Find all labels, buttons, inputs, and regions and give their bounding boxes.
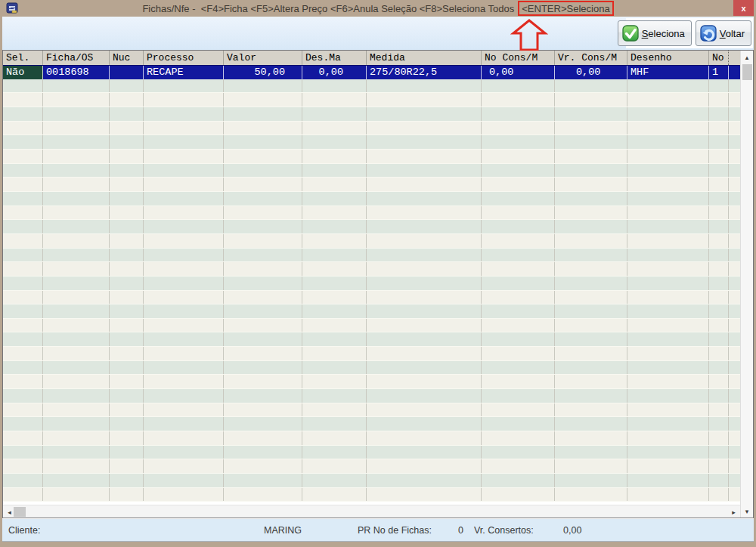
table-row-empty[interactable] bbox=[3, 135, 740, 150]
table-row-empty[interactable] bbox=[3, 459, 740, 474]
column-header-valor[interactable]: Valor bbox=[224, 51, 302, 65]
table-row-empty[interactable] bbox=[3, 319, 740, 333]
table-row-empty[interactable] bbox=[3, 431, 740, 446]
table-row-empty[interactable] bbox=[3, 474, 740, 488]
table-row-empty[interactable] bbox=[3, 332, 740, 347]
cell-valor bbox=[224, 206, 302, 220]
cell-no-cons-m bbox=[482, 347, 555, 360]
table-row-empty[interactable] bbox=[3, 417, 740, 431]
vr-consertos-value: 0,00 bbox=[563, 525, 581, 536]
cell-sel bbox=[3, 361, 43, 375]
cell-desenho bbox=[627, 403, 709, 417]
column-header-processo[interactable]: Processo bbox=[144, 51, 224, 65]
cell-valor bbox=[224, 332, 302, 346]
table-row-empty[interactable] bbox=[3, 403, 740, 418]
cell-vr-cons-m: 0,00 bbox=[555, 66, 627, 79]
cell-desenho bbox=[627, 361, 709, 375]
table-row-empty[interactable] bbox=[3, 389, 740, 403]
table-row-empty[interactable] bbox=[3, 206, 740, 221]
cell-valor bbox=[224, 122, 302, 135]
table-row-empty[interactable] bbox=[3, 192, 740, 206]
cell-desenho bbox=[627, 135, 709, 149]
table-row-empty[interactable] bbox=[3, 277, 740, 291]
table-row-empty[interactable] bbox=[3, 375, 740, 389]
horizontal-scrollbar[interactable]: ◂ ▸ bbox=[3, 505, 740, 518]
table-row-empty[interactable] bbox=[3, 488, 740, 502]
column-header-vr-cons-m[interactable]: Vr. Cons/M bbox=[555, 51, 627, 65]
scroll-down-arrow-icon[interactable]: ▾ bbox=[741, 505, 754, 518]
voltar-button[interactable]: Voltar bbox=[696, 20, 751, 46]
cell-des-ma bbox=[302, 474, 367, 487]
cell-des-ma bbox=[302, 291, 367, 304]
table-row-empty[interactable] bbox=[3, 107, 740, 122]
cell-desenho bbox=[627, 417, 709, 431]
column-header-sel[interactable]: Sel. bbox=[3, 51, 43, 65]
cell-vr-cons-m bbox=[555, 234, 627, 248]
cell-desenho bbox=[627, 474, 709, 487]
table-row-selected[interactable]: Não0018698RECAPE50,000,00275/80R22,50,00… bbox=[3, 65, 740, 79]
cell-desenho bbox=[627, 262, 709, 276]
table-row-empty[interactable] bbox=[3, 150, 740, 164]
cell-no bbox=[709, 135, 729, 149]
cell-desenho bbox=[627, 107, 709, 121]
cell-ficha-os bbox=[43, 79, 110, 93]
table-row-empty[interactable] bbox=[3, 249, 740, 263]
cell-des-ma bbox=[302, 178, 367, 191]
cell-ficha-os bbox=[43, 277, 110, 290]
column-header-medida[interactable]: Medida bbox=[367, 51, 482, 65]
table-row-empty[interactable] bbox=[3, 361, 740, 375]
seleciona-button[interactable]: Seleciona bbox=[618, 20, 692, 46]
column-header-no-cons-m[interactable]: No Cons/M bbox=[482, 51, 555, 65]
cell-sel bbox=[3, 417, 43, 431]
cell-ficha-os bbox=[43, 304, 110, 318]
cell-sel bbox=[3, 178, 43, 191]
table-row-empty[interactable] bbox=[3, 178, 740, 192]
app-window: Fichas/Nfe - <F4>Ficha <F5>Altera Preço … bbox=[0, 0, 756, 547]
cell-sel bbox=[3, 79, 43, 93]
table-row-empty[interactable] bbox=[3, 347, 740, 361]
cell-processo bbox=[144, 403, 224, 417]
cell-processo: RECAPE bbox=[144, 66, 224, 79]
cell-vr-cons-m bbox=[555, 249, 627, 262]
cell-sel bbox=[3, 135, 43, 149]
cell-no-cons-m bbox=[482, 206, 555, 220]
table-row-empty[interactable] bbox=[3, 262, 740, 277]
cell-processo bbox=[144, 164, 224, 178]
close-button[interactable]: x bbox=[733, 0, 754, 16]
table-row-empty[interactable] bbox=[3, 291, 740, 305]
vertical-scrollbar-thumb[interactable] bbox=[742, 64, 752, 80]
column-header-nuc[interactable]: Nuc bbox=[110, 51, 144, 65]
horizontal-scrollbar-thumb[interactable] bbox=[14, 507, 26, 517]
cell-desenho bbox=[627, 234, 709, 248]
cell-des-ma bbox=[302, 206, 367, 220]
cell-sel bbox=[3, 291, 43, 304]
cell-nuc bbox=[110, 178, 144, 191]
cell-nuc bbox=[110, 488, 144, 502]
window-title: Fichas/Nfe - <F4>Ficha <F5>Altera Preço … bbox=[2, 0, 754, 17]
cell-nuc bbox=[110, 135, 144, 149]
scroll-up-arrow-icon[interactable]: ▴ bbox=[741, 51, 754, 63]
cell-no bbox=[709, 459, 729, 473]
table-row-empty[interactable] bbox=[3, 122, 740, 136]
column-header-ficha-os[interactable]: Ficha/OS bbox=[43, 51, 110, 65]
cell-ficha-os bbox=[43, 488, 110, 502]
cell-sel bbox=[3, 474, 43, 487]
cell-des-ma bbox=[302, 417, 367, 431]
column-header-desenho[interactable]: Desenho bbox=[627, 51, 709, 65]
column-header-no[interactable]: No bbox=[709, 51, 729, 65]
table-row-empty[interactable] bbox=[3, 164, 740, 178]
cell-medida bbox=[367, 234, 482, 248]
table-row-empty[interactable] bbox=[3, 234, 740, 249]
vertical-scrollbar[interactable]: ▴ ▾ bbox=[740, 51, 753, 518]
table-row-empty[interactable] bbox=[3, 93, 740, 107]
table-row-empty[interactable] bbox=[3, 446, 740, 460]
table-row-empty[interactable] bbox=[3, 304, 740, 319]
cell-processo bbox=[144, 192, 224, 206]
table-row-empty[interactable] bbox=[3, 79, 740, 94]
cell-nuc bbox=[110, 389, 144, 403]
cell-processo bbox=[144, 107, 224, 121]
cell-des-ma bbox=[302, 164, 367, 178]
scroll-right-arrow-icon[interactable]: ▸ bbox=[727, 505, 740, 518]
table-row-empty[interactable] bbox=[3, 220, 740, 234]
column-header-des-ma[interactable]: Des.Ma bbox=[302, 51, 367, 65]
